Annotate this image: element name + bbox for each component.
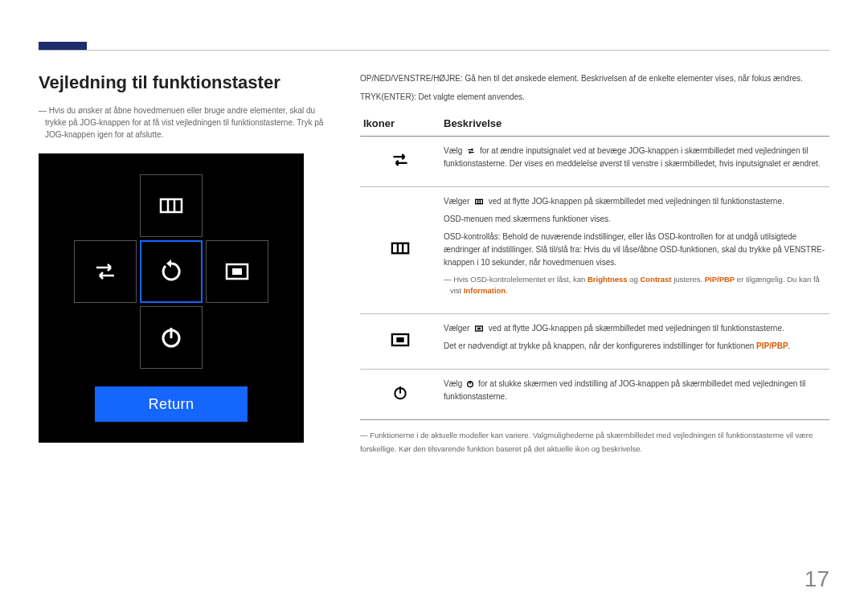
osd-up-menu[interactable] <box>140 174 203 237</box>
menu-icon <box>473 197 485 206</box>
osd-center-undo[interactable] <box>140 240 203 303</box>
svg-rect-10 <box>476 199 483 203</box>
power-icon <box>391 383 410 403</box>
desc-text: OSD-menuen med skærmens funktioner vises… <box>444 213 826 226</box>
swap-icon <box>91 257 120 286</box>
desc-note: Hvis OSD-kontrolelementet er låst, kan B… <box>444 274 826 297</box>
osd-empty <box>206 174 268 237</box>
svg-rect-0 <box>161 199 182 212</box>
menu-icon <box>157 191 186 220</box>
svg-rect-16 <box>477 327 481 329</box>
osd-down-power[interactable] <box>140 306 203 369</box>
page-title: Vejledning til funktionstaster <box>39 72 328 93</box>
table-row: Vælger ved at flytte JOG-knappen på skær… <box>360 187 829 314</box>
header-accent-bar <box>39 42 87 50</box>
svg-rect-7 <box>392 243 408 253</box>
swap-icon <box>389 149 411 171</box>
left-column: Vejledning til funktionstaster Hvis du ø… <box>39 72 328 456</box>
pip-icon <box>473 324 485 333</box>
right-top-line2: TRYK(ENTER): Det valgte element anvendes… <box>360 91 829 103</box>
desc-text: Vælg for at slukke skærmen ved indstilli… <box>444 378 826 403</box>
description-table: Ikoner Beskrivelse Vælg for at ændre inp… <box>360 111 829 420</box>
page-number: 17 <box>805 566 829 592</box>
desc-text: Vælger ved at flytte JOG-knappen på skær… <box>444 195 826 208</box>
menu-icon <box>389 237 411 260</box>
page-content: Vejledning til funktionstaster Hvis du ø… <box>39 72 829 456</box>
osd-empty <box>206 306 268 369</box>
th-icons: Ikoner <box>360 111 440 137</box>
table-row: Vælg for at slukke skærmen ved indstilli… <box>360 369 829 419</box>
desc-text: Det er nødvendigt at trykke på knappen, … <box>444 340 826 353</box>
right-top-line1: OP/NED/VENSTRE/HØJRE: Gå hen til det øns… <box>360 72 829 84</box>
swap-icon <box>465 146 477 156</box>
return-button[interactable]: Return <box>95 386 248 422</box>
desc-text: Vælg for at ændre inputsignalet ved at b… <box>444 145 826 170</box>
power-icon <box>465 379 475 389</box>
svg-rect-4 <box>232 268 242 275</box>
table-row: Vælg for at ændre inputsignalet ved at b… <box>360 137 829 187</box>
pip-icon <box>223 257 252 286</box>
osd-empty <box>74 306 137 369</box>
right-column: OP/NED/VENSTRE/HØJRE: Gå hen til det øns… <box>360 72 829 456</box>
osd-left-swap[interactable] <box>74 240 137 303</box>
osd-grid <box>74 174 268 369</box>
undo-icon <box>157 257 186 286</box>
svg-rect-14 <box>396 337 403 341</box>
th-desc: Beskrivelse <box>440 111 829 137</box>
header-rule <box>39 50 829 51</box>
power-icon <box>157 323 186 352</box>
table-row: Vælger ved at flytte JOG-knappen på skær… <box>360 313 829 369</box>
desc-text: Vælger ved at flytte JOG-knappen på skær… <box>444 322 826 335</box>
osd-empty <box>74 174 137 237</box>
pip-icon <box>389 329 411 351</box>
osd-panel: Return <box>39 153 304 443</box>
desc-text: OSD-kontrollås: Behold de nuværende inds… <box>444 231 826 269</box>
osd-right-pip[interactable] <box>206 240 268 303</box>
intro-note: Hvis du ønsker at åbne hovedmenuen eller… <box>39 104 328 141</box>
table-footer-note: Funktionerne i de aktuelle modeller kan … <box>360 428 829 456</box>
